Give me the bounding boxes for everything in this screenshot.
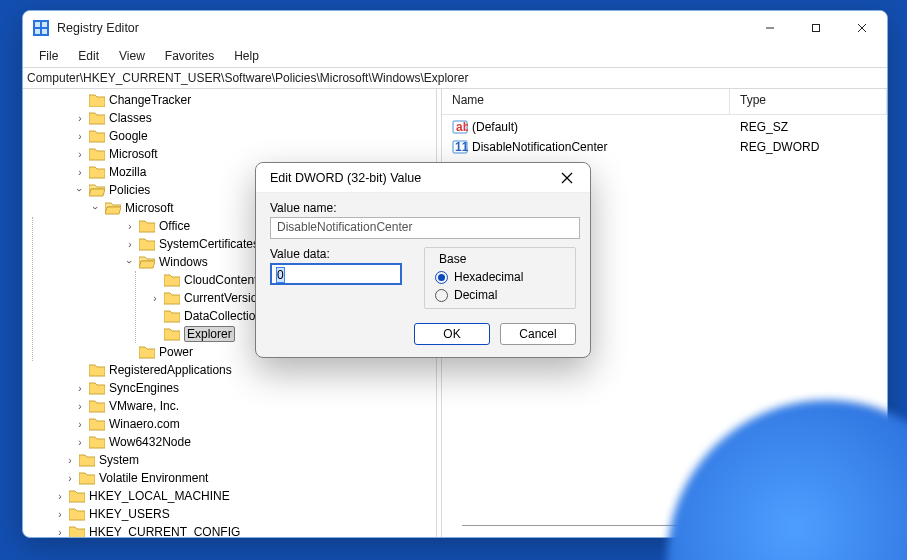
cancel-button[interactable]: Cancel bbox=[500, 323, 576, 345]
base-group: Base Hexadecimal Decimal bbox=[424, 247, 576, 309]
tree-node-changetracker[interactable]: ChangeTracker bbox=[25, 91, 436, 109]
value-data-input[interactable]: 0 bbox=[270, 263, 402, 285]
edit-dword-dialog: Edit DWORD (32-bit) Value Value name: Di… bbox=[255, 162, 591, 358]
folder-icon bbox=[164, 273, 180, 287]
ok-button[interactable]: OK bbox=[414, 323, 490, 345]
app-icon bbox=[33, 20, 49, 36]
dialog-title: Edit DWORD (32-bit) Value bbox=[270, 171, 550, 185]
list-row[interactable]: 110 DisableNotificationCenter REG_DWORD bbox=[442, 137, 887, 157]
chevron-right-icon[interactable]: › bbox=[53, 525, 67, 537]
horizontal-scrollbar[interactable] bbox=[462, 525, 877, 533]
folder-icon bbox=[89, 435, 105, 449]
value-type: REG_SZ bbox=[730, 120, 788, 134]
radio-hexadecimal[interactable]: Hexadecimal bbox=[435, 270, 565, 284]
column-type[interactable]: Type bbox=[730, 89, 887, 114]
chevron-right-icon[interactable]: › bbox=[73, 381, 87, 395]
folder-icon bbox=[79, 453, 95, 467]
svg-text:110: 110 bbox=[455, 140, 468, 154]
folder-open-icon bbox=[139, 255, 155, 269]
dialog-close-button[interactable] bbox=[550, 166, 584, 190]
chevron-down-icon[interactable]: › bbox=[123, 255, 137, 269]
value-type: REG_DWORD bbox=[730, 140, 819, 154]
value-name-label: Value name: bbox=[270, 201, 576, 215]
column-name[interactable]: Name bbox=[442, 89, 730, 114]
menubar: File Edit View Favorites Help bbox=[23, 45, 887, 67]
menu-edit[interactable]: Edit bbox=[68, 47, 109, 65]
value-data-label: Value data: bbox=[270, 247, 410, 261]
folder-icon bbox=[89, 417, 105, 431]
chevron-right-icon[interactable]: › bbox=[73, 165, 87, 179]
chevron-down-icon[interactable]: › bbox=[89, 201, 103, 215]
base-label: Base bbox=[435, 252, 470, 266]
tree-node-hku[interactable]: ›HKEY_USERS bbox=[25, 505, 436, 523]
string-icon: ab bbox=[452, 119, 468, 135]
folder-icon bbox=[89, 93, 105, 107]
svg-rect-2 bbox=[42, 22, 47, 27]
tree-node-microsoft[interactable]: ›Microsoft bbox=[25, 145, 436, 163]
chevron-down-icon[interactable]: › bbox=[73, 183, 87, 197]
menu-view[interactable]: View bbox=[109, 47, 155, 65]
tree-node-syncengines[interactable]: ›SyncEngines bbox=[25, 379, 436, 397]
folder-icon bbox=[89, 165, 105, 179]
tree-node-winaero[interactable]: ›Winaero.com bbox=[25, 415, 436, 433]
folder-icon bbox=[69, 507, 85, 521]
chevron-right-icon[interactable]: › bbox=[73, 435, 87, 449]
list-row[interactable]: ab (Default) REG_SZ bbox=[442, 117, 887, 137]
close-button[interactable] bbox=[839, 13, 885, 43]
chevron-right-icon[interactable]: › bbox=[73, 111, 87, 125]
chevron-right-icon[interactable]: › bbox=[73, 399, 87, 413]
tree-node-classes[interactable]: ›Classes bbox=[25, 109, 436, 127]
value-name: (Default) bbox=[472, 120, 518, 134]
folder-open-icon bbox=[89, 183, 105, 197]
folder-icon bbox=[139, 237, 155, 251]
chevron-right-icon[interactable]: › bbox=[73, 147, 87, 161]
folder-icon bbox=[89, 381, 105, 395]
address-bar[interactable]: Computer\HKEY_CURRENT_USER\Software\Poli… bbox=[23, 67, 887, 89]
svg-text:ab: ab bbox=[456, 120, 468, 134]
chevron-right-icon[interactable]: › bbox=[53, 489, 67, 503]
folder-icon bbox=[89, 129, 105, 143]
folder-icon bbox=[139, 345, 155, 359]
maximize-button[interactable] bbox=[793, 13, 839, 43]
tree-node-google[interactable]: ›Google bbox=[25, 127, 436, 145]
chevron-right-icon[interactable]: › bbox=[123, 219, 137, 233]
folder-icon bbox=[164, 327, 180, 341]
svg-rect-3 bbox=[35, 29, 40, 34]
chevron-right-icon[interactable]: › bbox=[53, 507, 67, 521]
tree-node-system[interactable]: ›System bbox=[25, 451, 436, 469]
tree-node-registeredapplications[interactable]: RegisteredApplications bbox=[25, 361, 436, 379]
svg-rect-4 bbox=[42, 29, 47, 34]
tree-node-vmware[interactable]: ›VMware, Inc. bbox=[25, 397, 436, 415]
folder-icon bbox=[164, 309, 180, 323]
window-title: Registry Editor bbox=[57, 21, 139, 35]
value-name-input[interactable]: DisableNotificationCenter bbox=[270, 217, 580, 239]
chevron-right-icon[interactable]: › bbox=[148, 291, 162, 305]
chevron-right-icon[interactable]: › bbox=[123, 237, 137, 251]
folder-icon bbox=[89, 399, 105, 413]
titlebar: Registry Editor bbox=[23, 11, 887, 45]
minimize-button[interactable] bbox=[747, 13, 793, 43]
folder-icon bbox=[89, 111, 105, 125]
folder-icon bbox=[164, 291, 180, 305]
radio-icon bbox=[435, 271, 448, 284]
folder-icon bbox=[79, 471, 95, 485]
chevron-right-icon[interactable]: › bbox=[63, 471, 77, 485]
radio-icon bbox=[435, 289, 448, 302]
tree-node-hkcc[interactable]: ›HKEY_CURRENT_CONFIG bbox=[25, 523, 436, 537]
dialog-titlebar: Edit DWORD (32-bit) Value bbox=[256, 163, 590, 193]
radio-decimal[interactable]: Decimal bbox=[435, 288, 565, 302]
chevron-right-icon[interactable]: › bbox=[73, 129, 87, 143]
chevron-right-icon[interactable]: › bbox=[63, 453, 77, 467]
menu-favorites[interactable]: Favorites bbox=[155, 47, 224, 65]
value-name: DisableNotificationCenter bbox=[472, 140, 607, 154]
tree-node-hklm[interactable]: ›HKEY_LOCAL_MACHINE bbox=[25, 487, 436, 505]
menu-file[interactable]: File bbox=[29, 47, 68, 65]
folder-icon bbox=[89, 363, 105, 377]
list-header: Name Type bbox=[442, 89, 887, 115]
tree-node-volatile[interactable]: ›Volatile Environment bbox=[25, 469, 436, 487]
menu-help[interactable]: Help bbox=[224, 47, 269, 65]
folder-icon bbox=[89, 147, 105, 161]
folder-icon bbox=[69, 525, 85, 537]
tree-node-wow6432node[interactable]: ›Wow6432Node bbox=[25, 433, 436, 451]
chevron-right-icon[interactable]: › bbox=[73, 417, 87, 431]
